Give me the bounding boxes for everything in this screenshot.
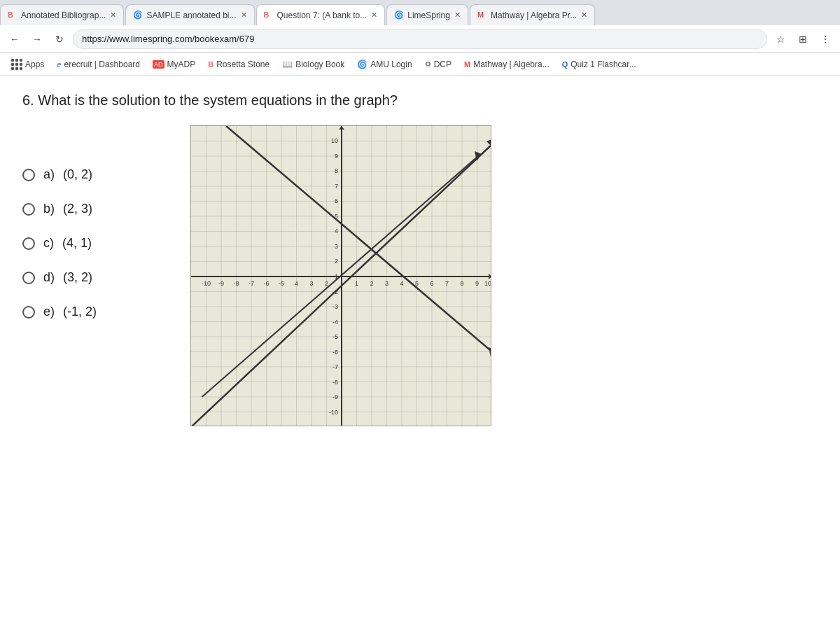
tab-annotated-bibliography[interactable]: B Annotated Bibliograp... ✕ [0, 4, 124, 25]
reload-button[interactable]: ↻ [50, 30, 69, 48]
svg-text:4: 4 [400, 280, 403, 287]
rosetta-icon: B [208, 60, 214, 69]
svg-text:-4: -4 [332, 318, 338, 326]
bookmark-apps[interactable]: Apps [6, 55, 50, 74]
tab-mathway[interactable]: M Mathway | Algebra Pr... ✕ [470, 4, 595, 25]
radio-e[interactable] [22, 306, 35, 318]
svg-text:4: 4 [295, 280, 298, 287]
tab2-favicon: 🌀 [133, 10, 143, 20]
tab-sample-annotated[interactable]: 🌀 SAMPLE annotated bi... ✕ [125, 4, 254, 25]
choice-d-value: (3, 2) [63, 270, 92, 285]
tab1-label: Annotated Bibliograp... [21, 10, 106, 20]
bookmark-star[interactable]: ☆ [771, 30, 790, 48]
x-axis-arrow [489, 274, 491, 279]
address-input[interactable] [73, 29, 767, 49]
svg-text:-7: -7 [248, 280, 254, 287]
radio-a[interactable] [22, 169, 35, 181]
dcp-icon: ⚙ [425, 60, 431, 68]
bookmark-rosetta-label: Rosetta Stone [216, 59, 270, 69]
choice-c-value: (4, 1) [62, 236, 92, 251]
choice-c-label: c) [43, 236, 54, 251]
radio-d[interactable] [22, 272, 35, 284]
tab2-label: SAMPLE annotated bi... [146, 10, 236, 20]
apps-grid-icon [11, 59, 22, 70]
svg-text:10: 10 [331, 137, 338, 144]
choice-a[interactable]: a) (0, 2) [22, 167, 162, 182]
svg-text:-5: -5 [332, 333, 338, 340]
svg-text:6: 6 [335, 197, 338, 204]
svg-text:-9: -9 [332, 393, 338, 400]
page-content: 6. What is the solution to the system eq… [0, 76, 840, 630]
bookmark-quiz-label: Quiz 1 Flashcar... [570, 59, 636, 69]
tab1-favicon: B [8, 10, 18, 20]
tab5-favicon: M [477, 10, 487, 20]
svg-text:8: 8 [460, 280, 463, 287]
tab-limespring[interactable]: 🌀 LimeSpring ✕ [386, 4, 468, 25]
tab3-label: Question 7: (A bank to... [277, 10, 368, 20]
bookmark-amu[interactable]: 🌀 AMU Login [351, 55, 417, 74]
bookmarks-bar: Apps e erecruit | Dashboard AD MyADP B R… [0, 53, 840, 76]
bookmark-quiz[interactable]: Q Quiz 1 Flashcar... [556, 55, 642, 74]
choice-b-value: (2, 3) [63, 202, 92, 216]
radio-b[interactable] [22, 203, 35, 216]
tab-question7[interactable]: B Question 7: (A bank to... ✕ [256, 4, 386, 25]
graph-line3 [226, 126, 491, 352]
menu-button[interactable]: ⋮ [816, 30, 834, 48]
choice-c[interactable]: c) (4, 1) [22, 236, 162, 251]
apps-label: Apps [25, 59, 44, 69]
choice-a-label: a) [43, 167, 55, 182]
svg-text:-9: -9 [218, 280, 224, 287]
radio-c[interactable] [22, 237, 35, 250]
choice-b-label: b) [43, 202, 55, 216]
choice-e-label: e) [43, 304, 55, 319]
svg-text:2: 2 [335, 258, 338, 265]
bookmark-myadp[interactable]: AD MyADP [147, 55, 201, 74]
line3-arrow [489, 347, 491, 357]
tab4-close[interactable]: ✕ [454, 10, 461, 20]
y-axis-arrow [339, 126, 344, 130]
svg-text:-5: -5 [279, 280, 284, 287]
question-layout: a) (0, 2) b) (2, 3) c) (4, 1) d) (3, 2) … [22, 125, 818, 426]
choice-b[interactable]: b) (2, 3) [22, 202, 162, 216]
extensions-button[interactable]: ⊞ [794, 30, 812, 48]
tab1-close[interactable]: ✕ [110, 10, 116, 20]
svg-text:3: 3 [335, 243, 338, 250]
tab2-close[interactable]: ✕ [241, 10, 247, 20]
erecruit-icon: e [57, 60, 61, 69]
biology-icon: 📖 [282, 59, 293, 69]
svg-text:9: 9 [335, 153, 338, 160]
back-button[interactable]: ← [6, 30, 24, 48]
choice-e[interactable]: e) (-1, 2) [22, 304, 162, 319]
bookmark-biology[interactable]: 📖 Biology Book [276, 55, 350, 74]
amu-icon: 🌀 [357, 59, 368, 69]
bookmark-dcp-label: DCP [434, 59, 451, 69]
svg-text:-8: -8 [332, 379, 338, 386]
svg-text:-10: -10 [329, 409, 338, 416]
svg-text:10: 10 [484, 280, 491, 287]
bookmark-amu-label: AMU Login [370, 59, 412, 69]
question-body: What is the solution to the system equat… [38, 92, 398, 108]
svg-text:7: 7 [335, 183, 338, 190]
svg-text:1: 1 [355, 280, 358, 287]
bookmark-rosetta[interactable]: B Rosetta Stone [202, 55, 275, 74]
forward-button[interactable]: → [28, 30, 46, 48]
bookmark-erecruit[interactable]: e erecruit | Dashboard [51, 55, 146, 74]
tab3-close[interactable]: ✕ [371, 10, 377, 20]
svg-text:7: 7 [445, 280, 449, 287]
svg-text:4: 4 [335, 227, 338, 234]
bookmark-mathway-label: Mathway | Algebra... [473, 59, 550, 69]
tab5-label: Mathway | Algebra Pr... [491, 10, 577, 20]
svg-text:9: 9 [475, 280, 479, 287]
tab5-close[interactable]: ✕ [581, 10, 587, 20]
myadp-icon: AD [153, 60, 164, 69]
question-text: 6. What is the solution to the system eq… [22, 92, 818, 108]
bookmark-mathway[interactable]: M Mathway | Algebra... [458, 55, 555, 74]
bookmark-biology-label: Biology Book [295, 59, 344, 69]
bookmark-dcp[interactable]: ⚙ DCP [419, 55, 457, 74]
svg-text:2: 2 [325, 280, 328, 287]
choice-d-label: d) [43, 270, 55, 285]
svg-text:3: 3 [309, 280, 313, 287]
choice-d[interactable]: d) (3, 2) [22, 270, 162, 285]
choice-e-value: (-1, 2) [63, 304, 97, 319]
tab3-favicon: B [264, 10, 274, 20]
